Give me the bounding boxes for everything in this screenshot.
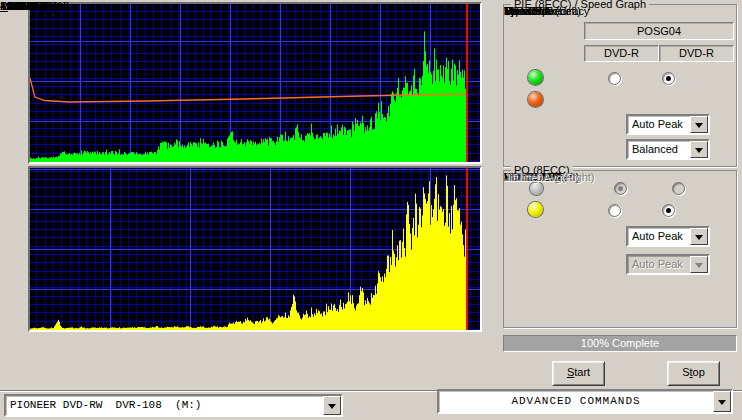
jitter-average-radio xyxy=(672,182,685,195)
pie-graph-canvas xyxy=(30,4,480,162)
po-scale-value: Auto Peak xyxy=(632,229,683,244)
po-graph-panel xyxy=(28,166,482,332)
disc-quality-scan-window: 1280 960 640 320 640 480 320 160 16x 12x… xyxy=(0,0,742,420)
jitter-avg-value: 0 xyxy=(504,171,574,183)
speed-accuracy-dropdown-button[interactable] xyxy=(690,141,708,158)
type-book-value-1: DVD-R xyxy=(584,45,659,62)
pie-settings-groupbox: PIE (8ECC) / Speed Graph MID Code POSG04… xyxy=(503,4,737,167)
type-book-value-2: DVD-R xyxy=(659,45,734,62)
pie-line-radio[interactable] xyxy=(608,72,621,85)
show-po-led-button[interactable] xyxy=(528,202,543,217)
jitter-scale-value: Auto Peak xyxy=(632,257,683,272)
pie-scale-value: Auto Peak xyxy=(632,117,683,132)
mid-code-value: POSG04 xyxy=(584,22,734,40)
po-scale-dropdown-button[interactable] xyxy=(690,228,708,245)
start-button[interactable]: Start xyxy=(552,361,605,386)
pie-speed-graph-panel xyxy=(28,2,482,164)
show-pie-led-button[interactable] xyxy=(528,70,543,85)
dropdown-arrow-icon xyxy=(718,400,726,409)
stop-button[interactable]: Stop xyxy=(667,361,720,386)
show-jitter-led-button xyxy=(530,182,543,195)
po-scale-dropdown[interactable]: Auto Peak xyxy=(626,226,710,247)
jitter-scale-dropdown-button xyxy=(690,256,708,273)
scan-progress-bar: 100% Complete xyxy=(503,335,737,352)
refresh-button[interactable]: Refresh xyxy=(0,0,39,12)
po-line-radio[interactable] xyxy=(608,204,621,217)
pie-vertical-radio[interactable] xyxy=(662,72,675,85)
dropdown-arrow-icon xyxy=(695,263,703,272)
po-vertical-radio[interactable] xyxy=(662,204,675,217)
jitter-instant-radio xyxy=(614,182,627,195)
show-speed-led-button[interactable] xyxy=(528,92,543,107)
drive-selector-value: PIONEER DVD-RW DVR-108 (M:) xyxy=(10,397,201,414)
dropdown-arrow-icon xyxy=(695,123,703,132)
drive-selector-dropdown[interactable]: PIONEER DVD-RW DVR-108 (M:) xyxy=(4,394,343,417)
dropdown-arrow-icon xyxy=(328,404,336,413)
dropdown-arrow-icon xyxy=(695,235,703,244)
jitter-scale-dropdown: Auto Peak xyxy=(626,254,710,275)
pie-scale-dropdown-button[interactable] xyxy=(690,116,708,133)
speed-accuracy-dropdown[interactable]: Balanced xyxy=(626,139,710,160)
speed-accuracy-value: Balanced xyxy=(632,142,678,157)
advanced-commands-value: ADVANCED COMMANDS xyxy=(439,392,713,411)
dropdown-arrow-icon xyxy=(695,148,703,157)
po-graph-canvas xyxy=(30,168,480,330)
pie-scale-dropdown[interactable]: Auto Peak xyxy=(626,114,710,135)
speed-accuracy-label: Speed / Accuracy xyxy=(504,5,590,17)
advanced-commands-dropdown-button[interactable] xyxy=(713,391,731,412)
po-settings-groupbox: PO (8ECC) Show Jitter Instant Average Sh… xyxy=(503,170,737,328)
drive-selector-dropdown-button[interactable] xyxy=(323,396,341,415)
advanced-commands-dropdown[interactable]: ADVANCED COMMANDS xyxy=(437,389,733,414)
